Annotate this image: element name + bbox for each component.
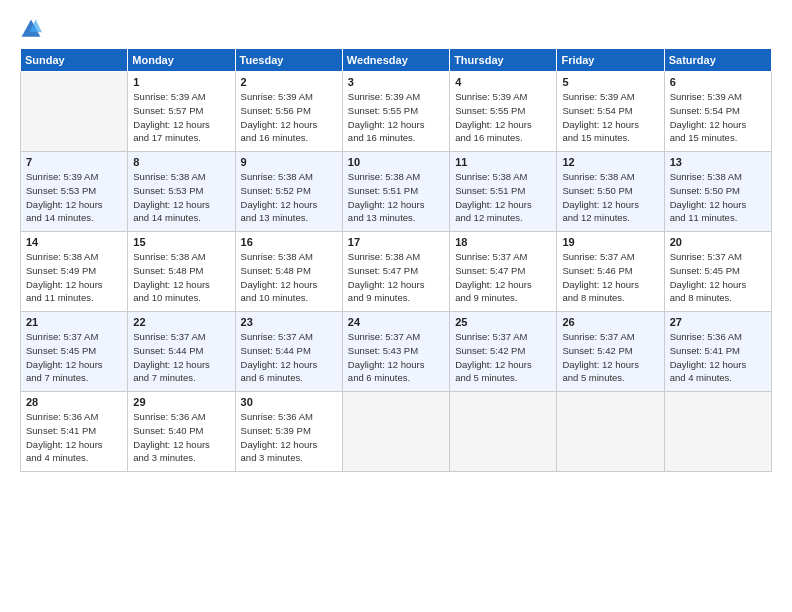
calendar-cell: 24Sunrise: 5:37 AM Sunset: 5:43 PM Dayli… [342,312,449,392]
day-number: 27 [670,316,766,328]
calendar-cell: 2Sunrise: 5:39 AM Sunset: 5:56 PM Daylig… [235,72,342,152]
day-number: 5 [562,76,658,88]
day-number: 24 [348,316,444,328]
calendar-cell: 19Sunrise: 5:37 AM Sunset: 5:46 PM Dayli… [557,232,664,312]
day-number: 9 [241,156,337,168]
calendar-cell: 15Sunrise: 5:38 AM Sunset: 5:48 PM Dayli… [128,232,235,312]
day-info: Sunrise: 5:38 AM Sunset: 5:50 PM Dayligh… [562,170,658,225]
calendar-cell: 12Sunrise: 5:38 AM Sunset: 5:50 PM Dayli… [557,152,664,232]
day-info: Sunrise: 5:38 AM Sunset: 5:48 PM Dayligh… [241,250,337,305]
calendar-cell [664,392,771,472]
calendar-cell: 17Sunrise: 5:38 AM Sunset: 5:47 PM Dayli… [342,232,449,312]
calendar-cell: 10Sunrise: 5:38 AM Sunset: 5:51 PM Dayli… [342,152,449,232]
day-info: Sunrise: 5:39 AM Sunset: 5:57 PM Dayligh… [133,90,229,145]
day-info: Sunrise: 5:37 AM Sunset: 5:47 PM Dayligh… [455,250,551,305]
day-number: 17 [348,236,444,248]
day-number: 30 [241,396,337,408]
calendar-cell: 3Sunrise: 5:39 AM Sunset: 5:55 PM Daylig… [342,72,449,152]
calendar-cell: 1Sunrise: 5:39 AM Sunset: 5:57 PM Daylig… [128,72,235,152]
weekday-header: Monday [128,49,235,72]
day-info: Sunrise: 5:38 AM Sunset: 5:52 PM Dayligh… [241,170,337,225]
calendar-week-row: 7Sunrise: 5:39 AM Sunset: 5:53 PM Daylig… [21,152,772,232]
day-info: Sunrise: 5:37 AM Sunset: 5:44 PM Dayligh… [133,330,229,385]
day-info: Sunrise: 5:39 AM Sunset: 5:54 PM Dayligh… [562,90,658,145]
day-info: Sunrise: 5:38 AM Sunset: 5:47 PM Dayligh… [348,250,444,305]
calendar-cell: 14Sunrise: 5:38 AM Sunset: 5:49 PM Dayli… [21,232,128,312]
day-info: Sunrise: 5:39 AM Sunset: 5:53 PM Dayligh… [26,170,122,225]
calendar-cell: 5Sunrise: 5:39 AM Sunset: 5:54 PM Daylig… [557,72,664,152]
calendar-cell: 22Sunrise: 5:37 AM Sunset: 5:44 PM Dayli… [128,312,235,392]
day-number: 19 [562,236,658,248]
day-number: 26 [562,316,658,328]
day-number: 13 [670,156,766,168]
weekday-header: Sunday [21,49,128,72]
logo-icon [20,18,42,40]
weekday-header: Friday [557,49,664,72]
day-number: 11 [455,156,551,168]
calendar-cell: 7Sunrise: 5:39 AM Sunset: 5:53 PM Daylig… [21,152,128,232]
calendar-cell: 13Sunrise: 5:38 AM Sunset: 5:50 PM Dayli… [664,152,771,232]
calendar-cell: 30Sunrise: 5:36 AM Sunset: 5:39 PM Dayli… [235,392,342,472]
weekday-header: Tuesday [235,49,342,72]
calendar-cell: 6Sunrise: 5:39 AM Sunset: 5:54 PM Daylig… [664,72,771,152]
calendar-header-row: SundayMondayTuesdayWednesdayThursdayFrid… [21,49,772,72]
calendar-cell: 11Sunrise: 5:38 AM Sunset: 5:51 PM Dayli… [450,152,557,232]
calendar-week-row: 28Sunrise: 5:36 AM Sunset: 5:41 PM Dayli… [21,392,772,472]
weekday-header: Thursday [450,49,557,72]
calendar-cell: 8Sunrise: 5:38 AM Sunset: 5:53 PM Daylig… [128,152,235,232]
logo [20,18,46,40]
day-info: Sunrise: 5:36 AM Sunset: 5:40 PM Dayligh… [133,410,229,465]
day-info: Sunrise: 5:37 AM Sunset: 5:42 PM Dayligh… [455,330,551,385]
calendar-cell [21,72,128,152]
calendar-cell [342,392,449,472]
day-info: Sunrise: 5:38 AM Sunset: 5:49 PM Dayligh… [26,250,122,305]
day-number: 8 [133,156,229,168]
calendar-week-row: 21Sunrise: 5:37 AM Sunset: 5:45 PM Dayli… [21,312,772,392]
day-info: Sunrise: 5:36 AM Sunset: 5:41 PM Dayligh… [670,330,766,385]
day-number: 12 [562,156,658,168]
day-info: Sunrise: 5:39 AM Sunset: 5:55 PM Dayligh… [348,90,444,145]
calendar-cell: 27Sunrise: 5:36 AM Sunset: 5:41 PM Dayli… [664,312,771,392]
calendar-cell: 23Sunrise: 5:37 AM Sunset: 5:44 PM Dayli… [235,312,342,392]
calendar-table: SundayMondayTuesdayWednesdayThursdayFrid… [20,48,772,472]
calendar-week-row: 14Sunrise: 5:38 AM Sunset: 5:49 PM Dayli… [21,232,772,312]
day-number: 2 [241,76,337,88]
calendar-cell: 16Sunrise: 5:38 AM Sunset: 5:48 PM Dayli… [235,232,342,312]
day-number: 3 [348,76,444,88]
day-number: 14 [26,236,122,248]
day-info: Sunrise: 5:36 AM Sunset: 5:39 PM Dayligh… [241,410,337,465]
calendar-cell: 29Sunrise: 5:36 AM Sunset: 5:40 PM Dayli… [128,392,235,472]
day-number: 25 [455,316,551,328]
header-area [20,18,772,40]
day-number: 23 [241,316,337,328]
day-number: 7 [26,156,122,168]
day-number: 20 [670,236,766,248]
day-info: Sunrise: 5:37 AM Sunset: 5:45 PM Dayligh… [26,330,122,385]
day-number: 21 [26,316,122,328]
calendar-cell: 25Sunrise: 5:37 AM Sunset: 5:42 PM Dayli… [450,312,557,392]
calendar-cell: 4Sunrise: 5:39 AM Sunset: 5:55 PM Daylig… [450,72,557,152]
day-number: 22 [133,316,229,328]
day-info: Sunrise: 5:37 AM Sunset: 5:46 PM Dayligh… [562,250,658,305]
calendar-cell: 18Sunrise: 5:37 AM Sunset: 5:47 PM Dayli… [450,232,557,312]
calendar-cell: 9Sunrise: 5:38 AM Sunset: 5:52 PM Daylig… [235,152,342,232]
day-info: Sunrise: 5:38 AM Sunset: 5:53 PM Dayligh… [133,170,229,225]
day-info: Sunrise: 5:37 AM Sunset: 5:44 PM Dayligh… [241,330,337,385]
day-info: Sunrise: 5:37 AM Sunset: 5:45 PM Dayligh… [670,250,766,305]
day-number: 4 [455,76,551,88]
day-number: 18 [455,236,551,248]
day-info: Sunrise: 5:38 AM Sunset: 5:51 PM Dayligh… [455,170,551,225]
day-number: 1 [133,76,229,88]
day-number: 28 [26,396,122,408]
day-info: Sunrise: 5:38 AM Sunset: 5:50 PM Dayligh… [670,170,766,225]
day-number: 16 [241,236,337,248]
day-info: Sunrise: 5:37 AM Sunset: 5:43 PM Dayligh… [348,330,444,385]
day-info: Sunrise: 5:37 AM Sunset: 5:42 PM Dayligh… [562,330,658,385]
weekday-header: Wednesday [342,49,449,72]
day-number: 29 [133,396,229,408]
day-number: 15 [133,236,229,248]
calendar-cell: 21Sunrise: 5:37 AM Sunset: 5:45 PM Dayli… [21,312,128,392]
day-info: Sunrise: 5:38 AM Sunset: 5:48 PM Dayligh… [133,250,229,305]
calendar-cell: 26Sunrise: 5:37 AM Sunset: 5:42 PM Dayli… [557,312,664,392]
page: SundayMondayTuesdayWednesdayThursdayFrid… [0,0,792,612]
